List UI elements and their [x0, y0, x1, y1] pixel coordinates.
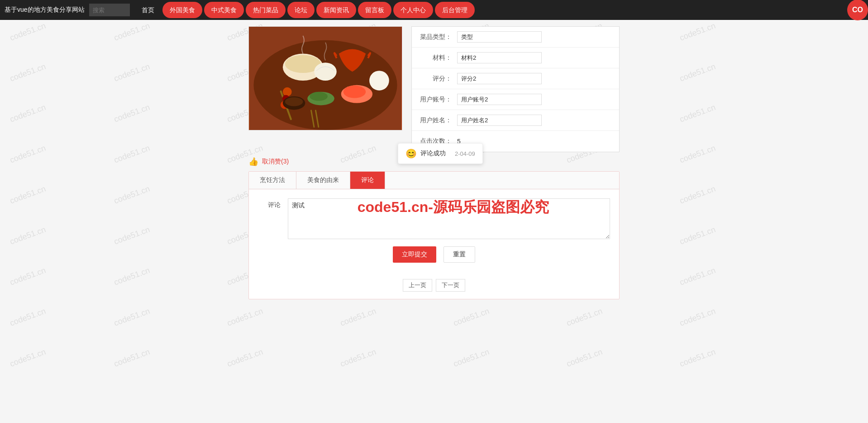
- food-image: [248, 26, 402, 130]
- nav-home[interactable]: 首页: [134, 0, 162, 20]
- form-row-username: 用户姓名：: [412, 110, 619, 131]
- svg-point-12: [314, 62, 337, 81]
- tab-comment[interactable]: 评论: [350, 172, 385, 189]
- form-row-material: 材料：: [412, 48, 619, 68]
- comment-form: 评论 测试 立即提交 重置: [249, 189, 619, 272]
- form-row-rating: 评分：: [412, 68, 619, 89]
- tab-food-origin[interactable]: 美食的由来: [296, 172, 350, 189]
- prev-page-button[interactable]: 上一页: [403, 279, 432, 292]
- label-material: 材料：: [412, 54, 457, 62]
- tab-cooking-method[interactable]: 烹饪方法: [249, 172, 296, 189]
- nav-admin[interactable]: 后台管理: [435, 2, 475, 18]
- detail-form: 菜品类型： 材料： 评分： 用户账号： 用户姓名：: [411, 26, 620, 152]
- svg-point-15: [285, 97, 303, 106]
- toast-icon: 😊: [405, 148, 417, 159]
- tabs-header: 烹饪方法 美食的由来 评论: [249, 172, 619, 189]
- form-row-account: 用户账号：: [412, 89, 619, 110]
- pagination-area: 上一页 下一页: [249, 272, 619, 299]
- reset-button[interactable]: 重置: [444, 246, 475, 263]
- like-text: 取消赞(3): [262, 158, 289, 166]
- tabs-section: 烹饪方法 美食的由来 评论 评论 测试 立即提交 重置 上一页 下一页: [248, 171, 620, 299]
- like-icon: 👍: [248, 157, 258, 167]
- label-rating: 评分：: [412, 75, 457, 83]
- label-type: 菜品类型：: [412, 33, 457, 41]
- nav-personal[interactable]: 个人中心: [393, 2, 433, 18]
- nav-chinese-food[interactable]: 中式美食: [204, 2, 244, 18]
- input-material[interactable]: [457, 52, 542, 63]
- nav-guestbook[interactable]: 留言板: [358, 2, 391, 18]
- header: 基于vue的地方美食分享网站 首页 外国美食 中式美食 热门菜品 论坛 新闻资讯…: [0, 0, 868, 20]
- detail-area: 菜品类型： 材料： 评分： 用户账号： 用户姓名：: [248, 26, 620, 152]
- nav-hot-dishes[interactable]: 热门菜品: [246, 2, 286, 18]
- label-account: 用户账号：: [412, 96, 457, 104]
- comment-label: 评论: [258, 198, 281, 209]
- input-account[interactable]: [457, 94, 542, 105]
- nav-foreign-food[interactable]: 外国美食: [162, 2, 202, 18]
- user-avatar[interactable]: CO: [847, 0, 868, 20]
- svg-point-9: [310, 92, 328, 101]
- toast-time: 2-04-09: [455, 150, 475, 157]
- label-username: 用户姓名：: [412, 116, 457, 125]
- main-nav: 首页 外国美食 中式美食 热门菜品 论坛 新闻资讯 留言板 个人中心 后台管理: [134, 0, 476, 20]
- svg-point-11: [343, 86, 366, 98]
- input-username[interactable]: [457, 115, 542, 126]
- submit-button[interactable]: 立即提交: [393, 246, 436, 263]
- site-title: 基于vue的地方美食分享网站: [5, 6, 85, 14]
- nav-forum[interactable]: 论坛: [287, 2, 315, 18]
- toast-text: 评论成功: [420, 149, 446, 158]
- form-row-type: 菜品类型：: [412, 27, 619, 48]
- svg-point-5: [283, 87, 292, 96]
- comment-row: 评论 测试: [258, 198, 610, 239]
- toast-notification: 😊 评论成功 2-04-09: [398, 143, 483, 164]
- search-input[interactable]: [89, 4, 130, 16]
- next-page-button[interactable]: 下一页: [436, 279, 465, 292]
- input-rating[interactable]: [457, 73, 542, 84]
- comment-buttons: 立即提交 重置: [258, 246, 610, 263]
- svg-point-13: [369, 71, 389, 91]
- input-type[interactable]: [457, 31, 542, 43]
- comment-textarea[interactable]: 测试: [288, 198, 610, 239]
- nav-news[interactable]: 新闻资讯: [316, 2, 356, 18]
